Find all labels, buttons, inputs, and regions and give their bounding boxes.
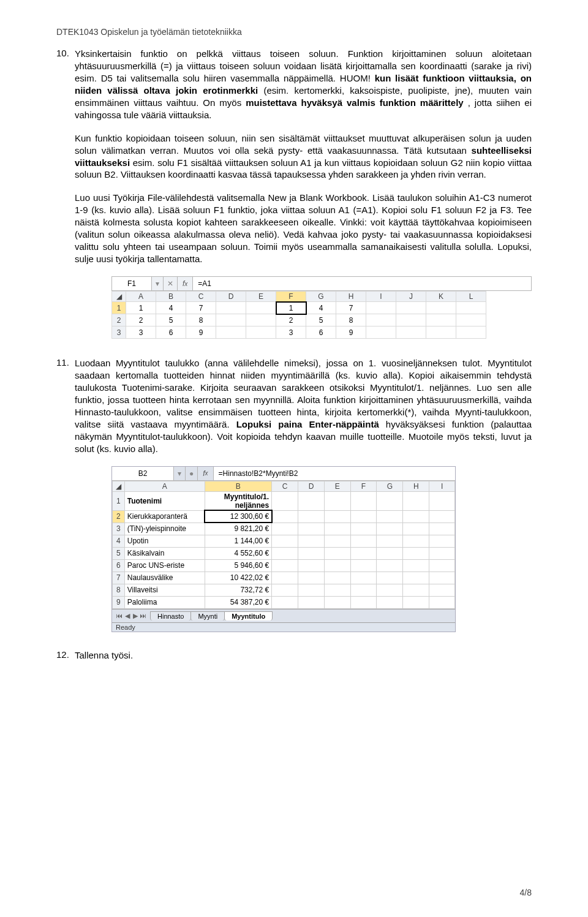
cell[interactable] (350, 584, 377, 596)
cell[interactable] (403, 523, 429, 535)
cell[interactable]: 8 (186, 314, 216, 326)
cell[interactable] (298, 559, 325, 572)
formula-input[interactable]: =A1 (193, 277, 531, 290)
cell[interactable]: 4 (156, 302, 186, 314)
cell[interactable] (324, 535, 350, 547)
cell[interactable] (350, 510, 377, 523)
row-header[interactable]: 3 (113, 523, 125, 535)
cell[interactable]: 6 (156, 326, 186, 339)
cell[interactable] (324, 584, 350, 596)
tab-prev-icon[interactable]: ◀ (124, 612, 130, 620)
cell[interactable] (366, 314, 396, 326)
spreadsheet-grid[interactable]: ◢ABCDEFGHI 1TuotenimiMyyntitulo/1. neljä… (112, 481, 455, 609)
cell[interactable] (403, 559, 429, 572)
cell[interactable]: 4 552,60 € (205, 547, 272, 559)
cell[interactable] (246, 302, 276, 314)
cell[interactable] (429, 523, 455, 535)
column-header[interactable]: E (324, 481, 350, 491)
cell[interactable] (429, 596, 455, 608)
cell[interactable] (429, 584, 455, 596)
cell[interactable]: 10 422,02 € (205, 572, 272, 584)
cell[interactable] (298, 535, 325, 547)
sheet-tab-myyntitulo[interactable]: Myyntitulo (224, 611, 273, 621)
cell[interactable] (298, 491, 325, 510)
cell[interactable] (429, 491, 455, 510)
cell[interactable]: 5 (156, 314, 186, 326)
cell[interactable] (377, 596, 403, 608)
cell[interactable]: 3 (126, 326, 156, 339)
row-header[interactable]: 5 (113, 547, 125, 559)
cell[interactable]: 6 (306, 326, 336, 339)
column-header[interactable]: B (205, 481, 272, 491)
cell[interactable]: Upotin (124, 535, 205, 547)
cell[interactable]: 8 (336, 314, 366, 326)
row-header[interactable]: 6 (113, 559, 125, 572)
cell[interactable] (396, 314, 426, 326)
column-header[interactable]: H (336, 292, 366, 302)
fx-icon[interactable]: fx (178, 277, 193, 290)
cell[interactable]: Paroc UNS-eriste (124, 559, 205, 572)
cell[interactable] (246, 314, 276, 326)
cell[interactable] (429, 572, 455, 584)
cell[interactable] (324, 491, 350, 510)
cell[interactable] (324, 510, 350, 523)
cancel-icon[interactable]: ● (186, 467, 198, 480)
cell[interactable] (429, 559, 455, 572)
cell[interactable]: Paloliima (124, 596, 205, 608)
column-header[interactable]: L (456, 292, 486, 302)
cell[interactable]: 5 946,60 € (205, 559, 272, 572)
column-header[interactable]: F (350, 481, 377, 491)
cell[interactable] (272, 559, 298, 572)
cell[interactable] (298, 584, 325, 596)
column-header[interactable]: C (186, 292, 216, 302)
cell[interactable]: Myyntitulo/1. neljännes (205, 491, 272, 510)
cell[interactable] (429, 510, 455, 523)
column-header[interactable]: G (377, 481, 403, 491)
cell[interactable] (429, 535, 455, 547)
namebox-dropdown-icon[interactable]: ▾ (152, 277, 164, 290)
select-all-corner[interactable]: ◢ (112, 292, 126, 302)
cell[interactable] (272, 547, 298, 559)
cell[interactable]: 9 (186, 326, 216, 339)
tab-first-icon[interactable]: ⏮ (116, 612, 123, 620)
sheet-tab-hinnasto[interactable]: Hinnasto (150, 611, 191, 621)
cell[interactable]: 732,72 € (205, 584, 272, 596)
name-box[interactable]: F1 (112, 277, 152, 290)
cell[interactable] (403, 584, 429, 596)
cell[interactable]: 5 (306, 314, 336, 326)
cell[interactable]: Villaveitsi (124, 584, 205, 596)
cell[interactable] (426, 314, 456, 326)
cell[interactable]: 12 300,60 € (205, 510, 272, 523)
cell[interactable] (324, 596, 350, 608)
cell[interactable] (403, 491, 429, 510)
row-header[interactable]: 4 (113, 535, 125, 547)
cell[interactable] (403, 547, 429, 559)
cell[interactable]: 3 (276, 326, 306, 339)
cell[interactable] (298, 547, 325, 559)
row-header[interactable]: 3 (112, 326, 126, 339)
cell[interactable] (429, 547, 455, 559)
cell[interactable] (426, 326, 456, 339)
column-header[interactable]: H (403, 481, 429, 491)
cell[interactable] (272, 572, 298, 584)
column-header[interactable]: I (429, 481, 455, 491)
cell[interactable]: 1 (126, 302, 156, 314)
cell[interactable] (272, 535, 298, 547)
cell[interactable] (377, 523, 403, 535)
cell[interactable] (272, 491, 298, 510)
cell[interactable] (366, 302, 396, 314)
select-all-corner[interactable]: ◢ (113, 481, 125, 491)
cell[interactable]: 54 387,20 € (205, 596, 272, 608)
cell[interactable] (426, 302, 456, 314)
cell[interactable] (246, 326, 276, 339)
cell[interactable] (272, 523, 298, 535)
cell[interactable] (456, 314, 486, 326)
cancel-icon[interactable]: ✕ (164, 277, 178, 290)
cell[interactable] (350, 559, 377, 572)
cell[interactable] (377, 559, 403, 572)
namebox-dropdown-icon[interactable]: ▾ (174, 467, 186, 480)
tab-next-icon[interactable]: ▶ (132, 612, 138, 620)
cell[interactable] (216, 326, 246, 339)
cell[interactable]: 2 (276, 314, 306, 326)
row-header[interactable]: 8 (113, 584, 125, 596)
